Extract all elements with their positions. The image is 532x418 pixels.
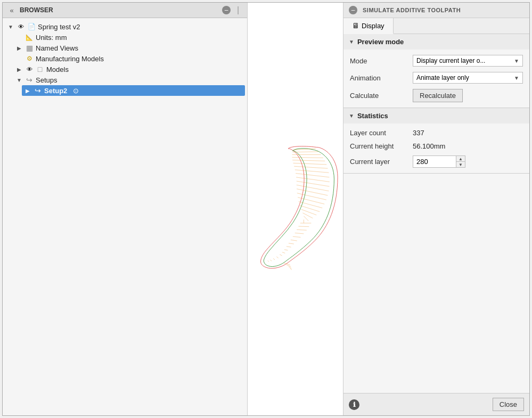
svg-line-23 — [297, 230, 307, 230]
svg-line-24 — [295, 233, 304, 234]
display-tab-icon: 🖥 — [352, 21, 359, 30]
setup2-label: Setup2 — [44, 87, 67, 95]
animation-control: Animate layer only ▼ — [413, 72, 523, 84]
minus-icon[interactable]: – — [222, 5, 231, 15]
unit-icon — [25, 33, 34, 42]
animation-select[interactable]: Animate layer only ▼ — [413, 72, 523, 84]
info-icon[interactable]: ℹ — [349, 399, 359, 410]
setups-icon: ↪ — [25, 76, 34, 84]
spinner-down-button[interactable]: ▼ — [456, 162, 465, 167]
browser-tree: Spring test v2 Units: mm ▦ Named Views M… — [3, 18, 247, 415]
tab-bar: 🖥 Display — [343, 18, 529, 34]
mode-select-arrow: ▼ — [514, 58, 519, 64]
browser-header: BROWSER – | — [3, 3, 247, 18]
mode-select-text: Display current layer o... — [416, 57, 512, 64]
close-button[interactable]: Close — [493, 398, 524, 411]
animation-label: Animation — [350, 74, 408, 82]
svg-line-38 — [289, 267, 291, 268]
toolpath-canvas — [248, 3, 343, 415]
mfg-models-label: Manufacturing Models — [36, 55, 104, 63]
tree-arrow-setups — [15, 76, 23, 84]
preview-mode-section: ▼ Preview mode Mode Display current laye… — [343, 34, 529, 108]
svg-line-9 — [296, 177, 330, 182]
svg-line-39 — [290, 268, 292, 270]
calculate-row: Calculate Recalculate — [350, 89, 523, 102]
mode-row: Mode Display current layer o... ▼ — [350, 55, 523, 67]
mode-select[interactable]: Display current layer o... ▼ — [413, 55, 523, 67]
panel-collapse-icon[interactable]: – — [349, 6, 357, 14]
tree-item-mfg-models[interactable]: Manufacturing Models — [13, 53, 245, 64]
statistics-body: Layer count 337 Current height 56.100mm … — [343, 124, 529, 173]
svg-line-33 — [273, 258, 275, 260]
svg-line-25 — [293, 236, 301, 237]
display-tab-label: Display — [362, 22, 384, 30]
svg-line-29 — [284, 250, 288, 250]
tree-arrow-named-views — [15, 44, 23, 52]
svg-line-11 — [297, 185, 329, 191]
svg-line-6 — [294, 166, 328, 168]
current-height-value: 56.100mm — [413, 142, 445, 150]
preview-mode-header[interactable]: ▼ Preview mode — [343, 34, 529, 50]
animation-select-text: Animate layer only — [416, 74, 512, 81]
statistics-header[interactable]: ▼ Statistics — [343, 108, 529, 124]
layer-count-row: Layer count 337 — [350, 129, 523, 137]
svg-line-30 — [282, 252, 285, 253]
tree-item-models[interactable]: □ Models — [13, 64, 245, 75]
calculate-control: Recalculate — [413, 89, 523, 102]
panel-title: SIMULATE ADDITIVE TOOLPATH — [363, 7, 461, 13]
tree-item-setup2[interactable]: ↪ Setup2 ⊙ — [22, 85, 245, 96]
spinner-up-button[interactable]: ▲ — [456, 156, 465, 162]
svg-line-35 — [268, 260, 269, 261]
stats-section-arrow: ▼ — [349, 113, 354, 119]
tree-item-root[interactable]: Spring test v2 — [5, 21, 245, 32]
svg-line-3 — [292, 157, 323, 158]
doc-icon-root — [27, 22, 36, 31]
right-panel: – SIMULATE ADDITIVE TOOLPATH 🖥 Display ▼… — [343, 3, 529, 415]
collapse-icon[interactable] — [7, 5, 17, 15]
svg-line-19 — [304, 216, 308, 221]
svg-line-34 — [270, 260, 272, 261]
models-icon: □ — [36, 65, 44, 73]
svg-line-27 — [289, 243, 294, 244]
svg-line-22 — [298, 226, 309, 227]
current-height-label: Current height — [350, 142, 408, 150]
preview-mode-title: Preview mode — [357, 38, 404, 46]
root-label: Spring test v2 — [38, 23, 80, 31]
mfg-icon — [25, 54, 34, 63]
svg-line-10 — [297, 181, 330, 186]
preview-section-arrow: ▼ — [349, 39, 354, 45]
canvas-area — [248, 3, 343, 415]
current-height-row: Current height 56.100mm — [350, 142, 523, 150]
svg-line-31 — [280, 255, 282, 256]
recalculate-button[interactable]: Recalculate — [413, 89, 463, 102]
panel-header: – SIMULATE ADDITIVE TOOLPATH — [343, 3, 529, 18]
browser-title: BROWSER — [20, 6, 218, 14]
eye-icon-root — [17, 22, 25, 31]
eye-icon-models — [25, 65, 34, 73]
svg-line-4 — [292, 160, 325, 161]
tree-arrow-root — [7, 23, 14, 30]
tab-display[interactable]: 🖥 Display — [343, 18, 394, 34]
tree-item-named-views[interactable]: ▦ Named Views — [13, 43, 245, 53]
current-layer-input[interactable] — [413, 156, 456, 167]
current-layer-spinner[interactable]: ▲ ▼ — [413, 155, 465, 168]
tree-item-setups[interactable]: ↪ Setups — [13, 75, 245, 85]
tree-arrow-models — [15, 65, 23, 73]
current-layer-label: Current layer — [350, 158, 408, 166]
browser-panel: BROWSER – | Spring test v2 Units: mm — [3, 3, 248, 415]
preview-mode-body: Mode Display current layer o... ▼ Animat… — [343, 50, 529, 108]
setups-label: Setups — [36, 76, 57, 84]
svg-line-37 — [287, 265, 291, 266]
layer-count-label: Layer count — [350, 129, 408, 137]
units-label: Units: mm — [36, 34, 67, 42]
mode-label: Mode — [350, 57, 408, 65]
tree-item-units[interactable]: Units: mm — [13, 32, 245, 43]
setup2-target-icon: ⊙ — [71, 86, 80, 95]
spinner-buttons: ▲ ▼ — [456, 156, 465, 167]
divider-icon: | — [233, 5, 243, 15]
svg-line-28 — [287, 247, 291, 247]
setup2-folder-icon: ↪ — [34, 86, 42, 95]
layer-count-value: 337 — [413, 129, 424, 137]
svg-line-5 — [293, 163, 327, 165]
statistics-title: Statistics — [357, 112, 388, 120]
